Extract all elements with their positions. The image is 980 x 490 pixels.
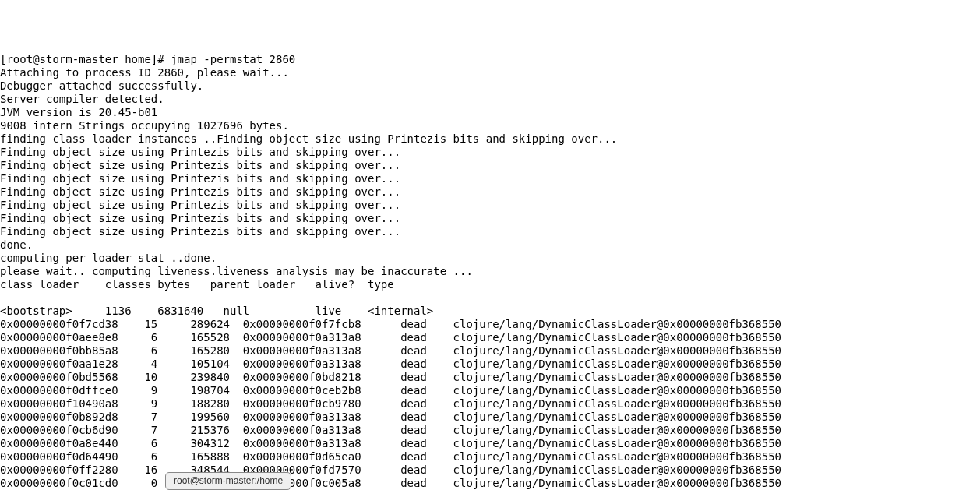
terminal-output[interactable]: [root@storm-master home]# jmap -permstat… (0, 53, 980, 490)
taskbar-tab[interactable]: root@storm-master:/home (165, 472, 291, 490)
